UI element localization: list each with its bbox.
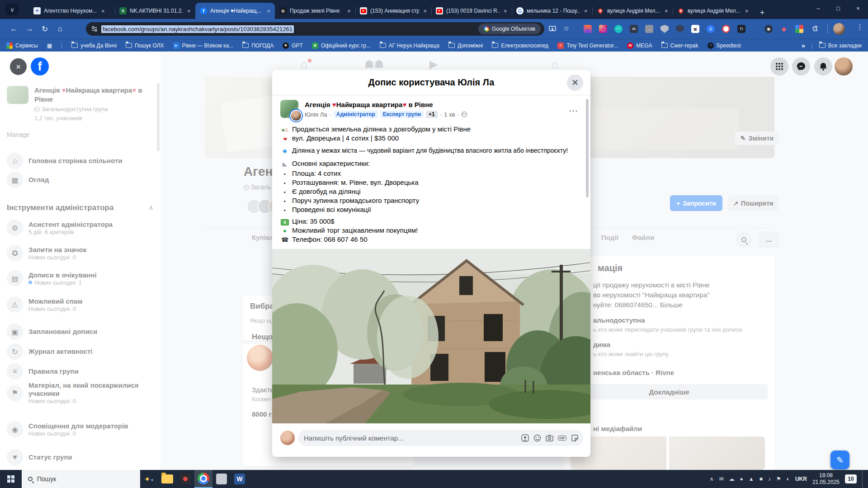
bookmark-folder[interactable]: ПОГОДА: [242, 42, 274, 49]
tray-icon[interactable]: ⚑: [776, 476, 781, 482]
notification-count-badge[interactable]: 10: [845, 474, 857, 483]
browser-menu-icon[interactable]: ⋮: [856, 23, 863, 31]
extension-instagram-icon[interactable]: ◯: [599, 25, 607, 33]
browser-tab[interactable]: вулиця Андрія Мел... ×: [592, 3, 673, 19]
bookmark-item[interactable]: Сервисы: [6, 42, 38, 49]
browser-tab[interactable]: вулиця Андрія Мел... ×: [673, 3, 753, 19]
bookmark-item[interactable]: ▸Рівне — Візіком ка...: [173, 42, 234, 49]
new-tab-button[interactable]: +: [756, 6, 769, 19]
browser-tab[interactable]: G мельника 12 - Пошу... ×: [512, 3, 592, 19]
camera-icon[interactable]: [546, 434, 553, 442]
extension-target-icon[interactable]: [722, 25, 730, 33]
extension-shield-icon[interactable]: [660, 25, 669, 33]
tray-chevron-icon[interactable]: ∧: [710, 476, 714, 482]
apps-grid-icon[interactable]: ▦: [47, 42, 52, 49]
site-settings-icon[interactable]: [91, 26, 98, 32]
language-indicator[interactable]: UKR: [795, 476, 807, 482]
tray-icon[interactable]: ▲: [749, 476, 754, 482]
tray-icon[interactable]: ✉: [719, 476, 723, 482]
post-author-avatar[interactable]: [290, 110, 302, 122]
bookmark-star-icon[interactable]: ☆: [563, 24, 569, 33]
install-app-icon[interactable]: [549, 25, 556, 33]
taskbar-photos-app[interactable]: [176, 470, 194, 488]
browser-profile-avatar[interactable]: [833, 23, 845, 35]
back-button[interactable]: ←: [6, 24, 22, 33]
bookmark-folder[interactable]: Пошук ОЛХ: [126, 42, 164, 49]
facebook-logo[interactable]: f: [31, 57, 49, 75]
create-post-fab[interactable]: ✎: [830, 450, 849, 469]
home-button[interactable]: ⌂: [52, 24, 68, 33]
extension-qr-icon[interactable]: ▦: [691, 25, 699, 33]
bookmark-item[interactable]: ◔Speedtest: [708, 42, 741, 49]
tray-icon[interactable]: ♪: [768, 476, 771, 482]
expert-badge[interactable]: Експерт групи: [380, 111, 424, 118]
avatar-sticker-icon[interactable]: [521, 434, 529, 442]
extension-grid-icon[interactable]: [795, 25, 803, 33]
emoji-icon[interactable]: [533, 434, 541, 442]
bookmark-item[interactable]: ✳GPT: [283, 42, 303, 49]
taskbar-clock[interactable]: 18:0821.05.2025: [812, 472, 840, 486]
url-text[interactable]: facebook.com/groups/an.naykrashchakvarty…: [101, 25, 294, 33]
post-time[interactable]: 1 хв: [444, 111, 455, 118]
bookmarks-overflow-chevron[interactable]: »: [802, 42, 805, 49]
tab-close-icon[interactable]: ×: [346, 8, 352, 14]
tray-icon[interactable]: ■: [760, 476, 763, 482]
tab-close-icon[interactable]: ×: [100, 8, 106, 14]
extension-shazam-icon[interactable]: S: [707, 25, 715, 33]
fb-apps-menu-button[interactable]: [770, 57, 788, 75]
post-author-name[interactable]: Юлія Ла: [305, 111, 327, 118]
sticker-icon[interactable]: [571, 434, 579, 442]
post-group-name[interactable]: Агенція ♥Найкраща квартира♥ в Рівне: [305, 101, 433, 108]
extension-pin-icon[interactable]: ◉: [764, 25, 773, 33]
tray-icon[interactable]: ☁: [729, 476, 735, 482]
browser-tab[interactable]: X NK.АКТИВНІ 31.01.2... ×: [115, 3, 195, 19]
google-lens-button[interactable]: Google Объектив: [478, 23, 541, 34]
bookmark-folder[interactable]: Cwer-repak: [661, 42, 698, 49]
current-user-avatar[interactable]: [280, 431, 295, 445]
taskbar-chrome[interactable]: [194, 470, 212, 488]
extension-mail-icon[interactable]: ✉: [630, 25, 638, 33]
extension-door-icon[interactable]: ⊓: [737, 25, 745, 33]
window-close-button[interactable]: ×: [848, 0, 868, 16]
tray-icon[interactable]: ◐: [787, 476, 790, 482]
taskbar-search[interactable]: Пошук: [22, 470, 140, 488]
bookmark-folder[interactable]: АГ Нерух.Найкраща: [380, 42, 439, 49]
tab-close-icon[interactable]: ×: [583, 8, 589, 14]
all-bookmarks-folder[interactable]: Все закладки: [819, 42, 862, 49]
extension-diamond-icon[interactable]: ◆: [780, 25, 788, 33]
show-desktop-button[interactable]: [862, 470, 864, 488]
admin-badge[interactable]: Адміністратор: [334, 111, 378, 118]
browser-tab[interactable]: (153) 0019 Davinci R... ×: [431, 3, 512, 19]
browser-tab[interactable]: ✦ Агентство Нерухом... ×: [29, 3, 115, 19]
browser-tab[interactable]: ◎ Продаж землі Рівне ×: [275, 3, 355, 19]
address-bar[interactable]: facebook.com/groups/an.naykrashchakvarty…: [86, 22, 544, 36]
bookmark-folder[interactable]: Допоміжні: [448, 42, 483, 49]
modal-close-button[interactable]: ✕: [567, 75, 583, 91]
tab-close-icon[interactable]: ×: [664, 8, 669, 14]
fb-messenger-button[interactable]: [792, 57, 810, 75]
comment-input[interactable]: Напишіть публічний коментар... GIF: [298, 430, 583, 446]
extension-teal-icon[interactable]: ◠: [614, 25, 623, 33]
fb-profile-avatar[interactable]: [835, 57, 853, 75]
browser-tab-active[interactable]: f Агенція ♥Найкращ... ×: [195, 3, 275, 19]
tab-close-icon[interactable]: ×: [503, 8, 508, 14]
post-photo[interactable]: [272, 249, 590, 423]
close-lightbox-button[interactable]: ×: [10, 58, 27, 75]
bookmark-folder[interactable]: Електровелосипед: [492, 42, 548, 49]
taskbar-file-explorer[interactable]: [158, 470, 176, 488]
tray-icon[interactable]: ●: [740, 476, 743, 482]
bookmark-item[interactable]: MMEGA: [627, 42, 652, 49]
extension-swirl-icon[interactable]: [584, 25, 592, 33]
forward-button[interactable]: →: [22, 24, 37, 33]
extensions-puzzle-icon[interactable]: [812, 25, 820, 33]
reload-button[interactable]: ↻: [37, 24, 52, 34]
taskbar-sparkle-icon[interactable]: ✦✦: [140, 470, 158, 488]
bookmark-item[interactable]: ₴Офіційний курс гр...: [312, 42, 371, 49]
extension-dots-icon[interactable]: …: [645, 25, 653, 33]
bookmark-item[interactable]: ≡Tiny Text Generator...: [557, 42, 618, 49]
tab-close-icon[interactable]: ×: [422, 8, 428, 14]
fb-notifications-button[interactable]: [814, 57, 832, 75]
window-minimize-button[interactable]: –: [808, 0, 828, 16]
post-menu-button[interactable]: ⋯: [569, 105, 579, 116]
tab-close-icon[interactable]: ×: [266, 8, 271, 14]
